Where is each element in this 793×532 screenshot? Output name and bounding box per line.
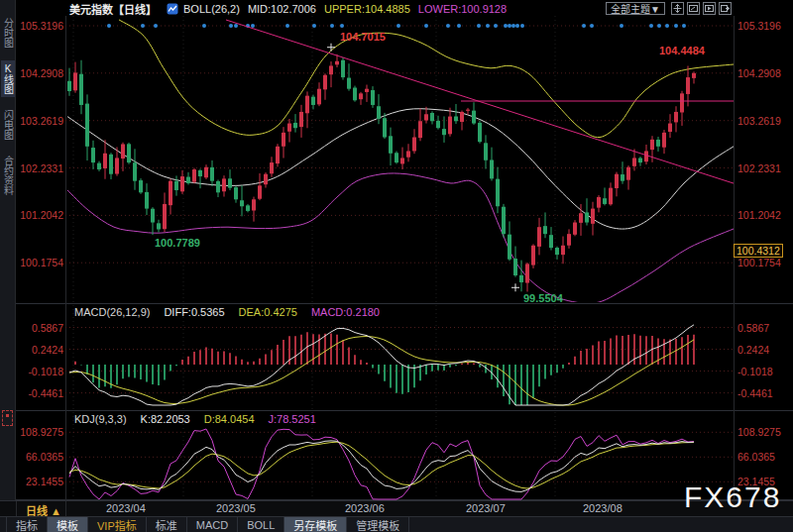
price-axis-label: 108.9275 — [737, 426, 781, 438]
price-marker-label: 100.4312 — [734, 244, 783, 258]
price-axis-label: 102.2331 — [737, 162, 781, 174]
price-axis-label: 101.2042 — [18, 209, 63, 221]
fx678-watermark: FX678 — [684, 480, 781, 514]
kdj-title: KDJ(9,3,3) — [74, 413, 127, 425]
latest-high-label: 104.4484 — [659, 45, 705, 56]
price-axis-label: 103.2619 — [18, 115, 63, 127]
price-axis-label: 0.5867 — [18, 322, 63, 334]
period-tag: 【日线】 — [113, 1, 157, 17]
kdj-j-value: J:78.5251 — [269, 413, 316, 425]
main-price-layer — [67, 20, 739, 303]
price-axis-label: 103.2619 — [737, 115, 781, 127]
header-controls: 全部主题▼ — [606, 2, 732, 15]
export-icon[interactable] — [703, 2, 716, 15]
time-axis-row: 日线 ▲ 2023/042023/052023/062023/072023/08 — [0, 500, 793, 516]
toolbar-item-标准[interactable]: 标准 — [147, 517, 187, 532]
price-axis-label: 108.9275 — [18, 426, 63, 438]
swing-low-label: 100.7789 — [155, 237, 200, 249]
price-axis-label: 105.3196 — [18, 20, 63, 32]
price-axis-label: 0.2424 — [18, 344, 63, 356]
toolbar-item-管理模板[interactable]: 管理模板 — [347, 517, 409, 532]
price-axis-label: -0.4461 — [18, 387, 63, 399]
price-axis-label: -0.1018 — [737, 366, 773, 377]
price-axis-label: 66.0365 — [18, 451, 63, 463]
macd-panel-header: MACD(26,12,9) DIFF:0.5365 DEA:0.4275 MAC… — [74, 306, 380, 318]
chart-icon — [167, 3, 178, 15]
toolbar-item-VIP指标[interactable]: VIP指标 — [88, 517, 147, 532]
price-axis-label: 100.1754 — [18, 257, 63, 268]
chart-header: 美元指数 【日线】 BOLL(26,2) MID:102.7006 UPPER:… — [69, 1, 793, 16]
macd-layer — [69, 325, 694, 405]
chart-canvas[interactable] — [0, 0, 793, 532]
toolbar-item-指标[interactable]: 指标 — [6, 517, 48, 532]
sidebar-item-闪电图[interactable]: 闪电图 — [1, 107, 15, 143]
swing-low2-label: 99.5504 — [523, 292, 563, 304]
swing-high-label: 104.7015 — [340, 31, 386, 43]
indicator-name: BOLL(26,2) — [183, 3, 240, 15]
price-axis-label: 23.1455 — [18, 476, 63, 487]
price-axis-label: 105.3196 — [737, 20, 781, 32]
macd-dea-value: DEA:0.4275 — [239, 306, 297, 318]
sidebar-item-K线图[interactable]: K线图 — [1, 60, 15, 97]
price-axis-label: 102.2331 — [18, 162, 63, 174]
event-dots-layer — [107, 24, 686, 28]
price-axis-label: -0.1018 — [18, 366, 63, 377]
date-label: 2023/04 — [106, 502, 146, 514]
price-axis-label: 104.2908 — [737, 67, 781, 79]
sidebar-item-合约资料[interactable]: 合约资料 — [1, 153, 15, 198]
toolbar-item-BOLL[interactable]: BOLL — [238, 517, 284, 532]
macd-diff-value: DIFF:0.5365 — [164, 306, 224, 318]
date-label: 2023/05 — [216, 502, 256, 514]
theme-dropdown-button[interactable]: 全部主题▼ — [606, 2, 665, 15]
boll-lower-value: LOWER:100.9128 — [418, 3, 507, 15]
date-label: 2023/07 — [466, 502, 506, 514]
bottom-toolbar: 指标模板VIP指标标准MACDBOLL另存模板管理模板 — [0, 516, 793, 532]
chart-application: 分时图K线图闪电图合约资料 美元指数 【日线】 BOLL(26,2) MID:1… — [0, 0, 793, 532]
toolbar-item-模板[interactable]: 模板 — [48, 517, 88, 532]
kdj-layer — [69, 429, 694, 499]
sidebar-item-分时图[interactable]: 分时图 — [1, 15, 15, 51]
date-label: 2023/08 — [583, 502, 623, 514]
symbol-title: 美元指数 — [69, 1, 113, 17]
kdj-k-value: K:82.2053 — [141, 413, 190, 425]
price-axis-label: 101.2042 — [737, 209, 781, 221]
new-window-icon[interactable] — [719, 2, 732, 15]
pan-icon[interactable] — [671, 2, 684, 15]
macd-title: MACD(26,12,9) — [74, 306, 150, 318]
price-axis-label: 0.5867 — [737, 322, 769, 334]
price-axis-label: 100.1754 — [737, 257, 781, 268]
toolbar-item-另存模板[interactable]: 另存模板 — [284, 517, 347, 532]
kdj-d-value: D:84.0454 — [204, 413, 255, 425]
price-axis-label: 0.2424 — [737, 344, 769, 356]
boll-upper-value: UPPER:104.4885 — [324, 3, 410, 15]
price-axis-label: 66.0365 — [737, 451, 775, 463]
price-axis-label: 104.2908 — [18, 67, 63, 79]
panel-drag-marker-icon[interactable] — [2, 410, 13, 426]
date-label: 2023/06 — [345, 502, 385, 514]
macd-value: MACD:0.2180 — [311, 306, 380, 318]
price-axis-label: -0.4461 — [737, 387, 773, 399]
toolbar-item-MACD[interactable]: MACD — [187, 517, 238, 532]
boll-mid-value: MID:102.7006 — [248, 3, 316, 15]
kdj-panel-header: KDJ(9,3,3) K:82.2053 D:84.0454 J:78.5251 — [74, 413, 316, 425]
screenshot-icon[interactable] — [687, 2, 700, 15]
